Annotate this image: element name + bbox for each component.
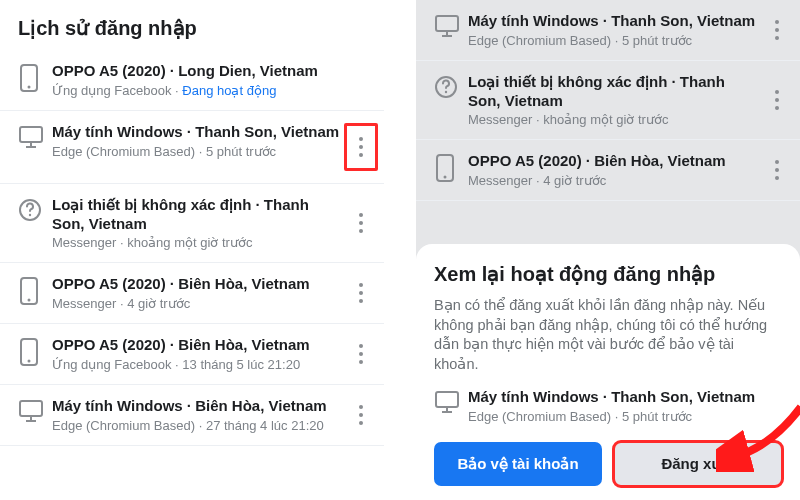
svg-point-32 [775,20,779,24]
svg-point-9 [29,214,31,216]
svg-rect-45 [436,392,458,407]
session-item[interactable]: Máy tính Windows · Thanh Son, VietnamEdg… [416,0,800,61]
svg-point-28 [359,421,363,425]
session-text: Loại thiết bị không xác định · Thanh Son… [52,196,344,251]
svg-point-1 [28,86,31,89]
svg-point-14 [28,299,31,302]
sheet-title: Xem lại hoạt động đăng nhập [434,262,782,286]
session-meta: Edge (Chromium Based)5 phút trước [468,409,782,424]
phone-icon [434,152,468,182]
svg-point-17 [359,299,363,303]
session-device: Máy tính Windows · Thanh Son, Vietnam [52,123,344,142]
page-title: Lịch sử đăng nhập [0,0,384,50]
session-text: Loại thiết bị không xác định · Thanh Son… [468,73,760,128]
session-device: Máy tính Windows · Biên Hòa, Vietnam [52,397,344,416]
svg-point-6 [359,145,363,149]
svg-point-11 [359,221,363,225]
bg-session-list: Máy tính Windows · Thanh Son, VietnamEdg… [416,0,800,201]
session-list: OPPO A5 (2020) · Long Dien, VietnamỨng d… [0,50,384,446]
phone-icon [18,62,52,92]
session-item[interactable]: OPPO A5 (2020) · Long Dien, VietnamỨng d… [0,50,384,111]
svg-point-39 [775,106,779,110]
review-login-screen: Máy tính Windows · Thanh Son, VietnamEdg… [416,0,800,500]
question-icon [18,196,52,222]
svg-point-44 [775,176,779,180]
bottom-sheet: Xem lại hoạt động đăng nhập Bạn có thể đ… [416,244,800,500]
phone-icon [18,275,52,305]
more-options-button[interactable] [760,18,794,42]
more-options-button[interactable] [344,123,378,171]
session-item[interactable]: Loại thiết bị không xác định · Thanh Son… [0,184,384,264]
svg-point-41 [444,176,447,179]
session-text: OPPO A5 (2020) · Biên Hòa, VietnamMessen… [468,152,760,188]
svg-point-20 [359,344,363,348]
session-text: OPPO A5 (2020) · Biên Hòa, VietnamỨng dụ… [52,336,344,372]
session-item[interactable]: Loại thiết bị không xác định · Thanh Son… [416,61,800,141]
svg-point-43 [775,168,779,172]
session-device: OPPO A5 (2020) · Biên Hòa, Vietnam [52,336,344,355]
desktop-icon [434,12,468,38]
question-icon [434,73,468,99]
session-meta: Edge (Chromium Based)5 phút trước [52,144,344,159]
session-device: OPPO A5 (2020) · Long Dien, Vietnam [52,62,378,81]
svg-point-36 [445,91,447,93]
svg-point-12 [359,229,363,233]
session-device: OPPO A5 (2020) · Biên Hòa, Vietnam [52,275,344,294]
session-item[interactable]: Máy tính Windows · Thanh Son, VietnamEdg… [0,111,384,184]
svg-point-33 [775,28,779,32]
session-meta: Ứng dụng Facebook13 tháng 5 lúc 21:20 [52,357,344,372]
session-item[interactable]: OPPO A5 (2020) · Biên Hòa, VietnamMessen… [0,263,384,324]
session-meta: Edge (Chromium Based)27 tháng 4 lúc 21:2… [52,418,344,433]
svg-rect-29 [436,16,458,31]
svg-rect-23 [20,401,42,416]
session-text: OPPO A5 (2020) · Biên Hòa, VietnamMessen… [52,275,344,311]
session-device: Máy tính Windows · Thanh Son, Vietnam [468,12,760,31]
session-meta: Messengerkhoảng một giờ trước [468,112,760,127]
svg-point-19 [28,360,31,363]
session-device: Loại thiết bị không xác định · Thanh Son… [52,196,344,234]
session-device: Loại thiết bị không xác định · Thanh Son… [468,73,760,111]
svg-rect-2 [20,127,42,142]
sheet-description: Bạn có thể đăng xuất khỏi lần đăng nhập … [434,296,782,374]
session-meta: Edge (Chromium Based)5 phút trước [468,33,760,48]
svg-point-7 [359,153,363,157]
login-history-screen: Lịch sử đăng nhập OPPO A5 (2020) · Long … [0,0,384,500]
more-options-button[interactable] [344,281,378,305]
svg-point-38 [775,98,779,102]
screenshot-divider [384,0,416,500]
session-meta: Messengerkhoảng một giờ trước [52,235,344,250]
more-options-button[interactable] [760,88,794,112]
sheet-session-item: Máy tính Windows · Thanh Son, Vietnam Ed… [434,388,782,424]
desktop-icon [18,397,52,423]
svg-point-42 [775,160,779,164]
more-options-button[interactable] [344,211,378,235]
session-item[interactable]: OPPO A5 (2020) · Biên Hòa, VietnamMessen… [416,140,800,201]
session-meta: Messenger4 giờ trước [52,296,344,311]
desktop-icon [18,123,52,149]
session-device: OPPO A5 (2020) · Biên Hòa, Vietnam [468,152,760,171]
svg-point-21 [359,352,363,356]
more-options-button[interactable] [760,158,794,182]
svg-point-37 [775,90,779,94]
svg-point-16 [359,291,363,295]
secure-account-button[interactable]: Bảo vệ tài khoản [434,442,602,486]
session-device: Máy tính Windows · Thanh Son, Vietnam [468,388,782,407]
session-meta: Messenger4 giờ trước [468,173,760,188]
svg-point-27 [359,413,363,417]
svg-point-5 [359,137,363,141]
session-meta: Ứng dụng FacebookĐang hoạt động [52,83,378,98]
svg-point-10 [359,213,363,217]
session-item[interactable]: Máy tính Windows · Biên Hòa, VietnamEdge… [0,385,384,446]
sheet-buttons: Bảo vệ tài khoản Đăng xuất [434,442,782,486]
phone-icon [18,336,52,366]
svg-point-22 [359,360,363,364]
session-item[interactable]: OPPO A5 (2020) · Biên Hòa, VietnamỨng dụ… [0,324,384,385]
svg-point-26 [359,405,363,409]
svg-point-34 [775,36,779,40]
session-text: Máy tính Windows · Thanh Son, VietnamEdg… [468,12,760,48]
more-options-button[interactable] [344,342,378,366]
svg-point-15 [359,283,363,287]
more-options-button[interactable] [344,403,378,427]
session-text: Máy tính Windows · Biên Hòa, VietnamEdge… [52,397,344,433]
logout-button[interactable]: Đăng xuất [614,442,782,486]
